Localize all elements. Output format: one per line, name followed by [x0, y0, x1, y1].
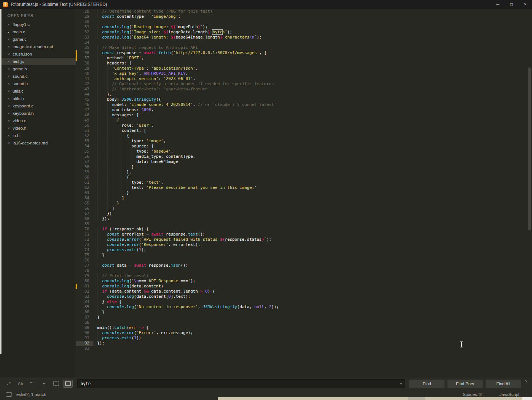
code-line-36[interactable]: 36 const response = await fetch('http://…	[76, 50, 532, 56]
editor[interactable]: 28 // Determine content type (PNG for th…	[76, 9, 532, 378]
code-line-77[interactable]: 77 const data = await response.json();	[76, 263, 532, 268]
modified-dot-icon[interactable]: ●	[7, 31, 12, 33]
find-toggle-whole-word[interactable]: “”	[27, 380, 37, 388]
find-toggle-in-selection[interactable]	[51, 380, 61, 388]
close-file-icon[interactable]: ×	[7, 60, 12, 64]
code-line-93[interactable]: 93	[76, 346, 532, 351]
close-find-panel-icon[interactable]: ×	[525, 379, 528, 384]
code-line-35[interactable]: 35 // Make direct request to Anthropic A…	[76, 45, 532, 50]
code-line-28[interactable]: 28 // Determine content type (PNG for th…	[76, 9, 532, 14]
close-file-icon[interactable]: ×	[7, 119, 12, 123]
sidebar-item-utils-c[interactable]: ×utils.c	[0, 87, 76, 95]
code-line-41[interactable]: 41 'anthropic-version': '2023-06-01',	[76, 76, 532, 81]
indent-status[interactable]: Spaces: 2	[463, 392, 482, 397]
syntax-status[interactable]: JavaScript	[499, 392, 519, 397]
code-line-48[interactable]: 48 messages: [	[76, 113, 532, 118]
sidebar-item-crush-json[interactable]: ×crush.json	[0, 50, 76, 58]
sidebar-item-sound-c[interactable]: ×sound.c	[0, 73, 76, 80]
code-line-47[interactable]: 47 max_tokens: 4096,	[76, 107, 532, 113]
close-file-icon[interactable]: ×	[7, 67, 12, 71]
code-line-69[interactable]: 69	[76, 221, 532, 227]
code-line-30[interactable]: 30	[76, 19, 532, 24]
code-line-42[interactable]: 42 // Optional: specify a beta header if…	[76, 81, 532, 87]
code-line-84[interactable]: 84 } else {	[76, 299, 532, 304]
sidebar-item-main-c[interactable]: ●main.c	[0, 28, 76, 36]
code-line-65[interactable]: 65 }	[76, 201, 532, 206]
code-line-55[interactable]: 55 type: 'base64',	[76, 149, 532, 154]
sidebar-item-video-c[interactable]: ×video.c	[0, 117, 76, 124]
code-line-85[interactable]: 85 console.log('No content in response:'…	[76, 304, 532, 310]
code-line-49[interactable]: 49 {	[76, 118, 532, 123]
code-line-32[interactable]: 32 console.log(`Image size: ${imageData.…	[76, 30, 532, 35]
code-line-46[interactable]: 46 model: 'claude-sonnet-4-20250514', //…	[76, 102, 532, 107]
panel-toggle-icon[interactable]	[6, 392, 12, 397]
code-line-73[interactable]: 73 console.error('Response:', errorText)…	[76, 242, 532, 247]
search-input[interactable]	[77, 381, 405, 386]
code-line-66[interactable]: 66 ]	[76, 206, 532, 211]
code-line-75[interactable]: 75 }	[76, 253, 532, 258]
code-line-72[interactable]: 72 console.error(`API request failed wit…	[76, 237, 532, 242]
code-line-62[interactable]: 62 text: 'Please describe what you see i…	[76, 185, 532, 190]
close-button[interactable]: ×	[518, 0, 532, 9]
code-line-56[interactable]: 56 media_type: contentType,	[76, 154, 532, 159]
code-line-89[interactable]: 89main().catch(err => {	[76, 325, 532, 330]
code-line-34[interactable]: 34	[76, 40, 532, 45]
find-all-button[interactable]: Find All	[485, 379, 521, 388]
chevron-down-icon[interactable]: ▾	[400, 382, 402, 386]
code-line-92[interactable]: 92});	[76, 341, 532, 346]
sidebar-item-keyboard-c[interactable]: ×keyboard.c	[0, 102, 76, 110]
code-line-63[interactable]: 63 }	[76, 190, 532, 196]
code-line-43[interactable]: 43 // 'anthropic-beta': 'your-beta-featu…	[76, 87, 532, 92]
code-line-68[interactable]: 68 });	[76, 216, 532, 221]
sidebar-item-utils-h[interactable]: ×utils.h	[0, 95, 76, 102]
minimize-button[interactable]: ─	[491, 0, 505, 9]
sidebar-item-test-js[interactable]: ×test.js	[0, 58, 76, 65]
maximize-button[interactable]: □	[505, 0, 518, 9]
sidebar-item-image-text-reader-md[interactable]: ×image-text-reader.md	[0, 43, 76, 50]
code-line-58[interactable]: 58 }	[76, 164, 532, 170]
close-file-icon[interactable]: ×	[7, 37, 12, 41]
close-file-icon[interactable]: ×	[7, 111, 12, 116]
code-line-67[interactable]: 67 })	[76, 211, 532, 216]
code-line-71[interactable]: 71 const errorText = await response.text…	[76, 232, 532, 237]
code-line-31[interactable]: 31 console.log(`Reading image: ${imagePa…	[76, 24, 532, 30]
sidebar-item-ia16-gcc-notes-md[interactable]: ×ia16-gcc-notes.md	[0, 139, 76, 147]
code-line-50[interactable]: 50 role: 'user',	[76, 123, 532, 128]
code-line-39[interactable]: 39 'Content-Type': 'application/json',	[76, 66, 532, 71]
code-line-74[interactable]: 74 process.exit(1);	[76, 247, 532, 253]
sidebar-item-video-h[interactable]: ×video.h	[0, 124, 76, 132]
code-line-59[interactable]: 59 },	[76, 170, 532, 175]
find-prev-button[interactable]: Find Prev	[447, 379, 483, 388]
close-file-icon[interactable]: ×	[7, 74, 12, 79]
sidebar-item-game-c[interactable]: ×game.c	[0, 36, 76, 43]
close-file-icon[interactable]: ×	[7, 126, 12, 130]
code-line-83[interactable]: 83 console.log(data.content[0].text);	[76, 294, 532, 299]
find-toggle-case-sensitive[interactable]: Aa	[16, 380, 25, 388]
code-line-29[interactable]: 29 const contentType = 'image/png';	[76, 14, 532, 19]
code-line-88[interactable]: 88	[76, 320, 532, 325]
sidebar-item-game-h[interactable]: ×game.h	[0, 65, 76, 73]
editor-scrollbar[interactable]	[528, 9, 532, 378]
close-file-icon[interactable]: ×	[7, 82, 12, 86]
close-file-icon[interactable]: ×	[7, 104, 12, 108]
code-line-60[interactable]: 60 {	[76, 175, 532, 180]
sidebar-item-keyboard-h[interactable]: ×keyboard.h	[0, 110, 76, 117]
sidebar-item-sound-h[interactable]: ×sound.h	[0, 80, 76, 87]
code-line-78[interactable]: 78	[76, 268, 532, 273]
code-line-87[interactable]: 87}	[76, 315, 532, 320]
sidebar-item-flappy1-c[interactable]: ×flappy1.c	[0, 21, 76, 28]
code-line-80[interactable]: 80 console.log('\n=== API Response ===')…	[76, 279, 532, 284]
close-file-icon[interactable]: ×	[7, 52, 12, 56]
code-line-51[interactable]: 51 content: [	[76, 128, 532, 133]
code-line-33[interactable]: 33 console.log(`Base64 length: ${base64I…	[76, 35, 532, 40]
code-line-52[interactable]: 52 {	[76, 133, 532, 139]
scrollbar-thumb[interactable]	[528, 67, 531, 230]
code-line-37[interactable]: 37 method: 'POST',	[76, 56, 532, 61]
code-line-64[interactable]: 64 ]	[76, 196, 532, 201]
find-toggle-wrap[interactable]: ↩	[39, 380, 49, 388]
code-line-76[interactable]: 76	[76, 258, 532, 263]
sidebar-item-io-h[interactable]: ×io.h	[0, 132, 76, 139]
code-line-81[interactable]: 81 console.log(data.content)	[76, 284, 532, 289]
code-line-86[interactable]: 86 }	[76, 310, 532, 315]
find-button[interactable]: Find	[409, 379, 445, 388]
